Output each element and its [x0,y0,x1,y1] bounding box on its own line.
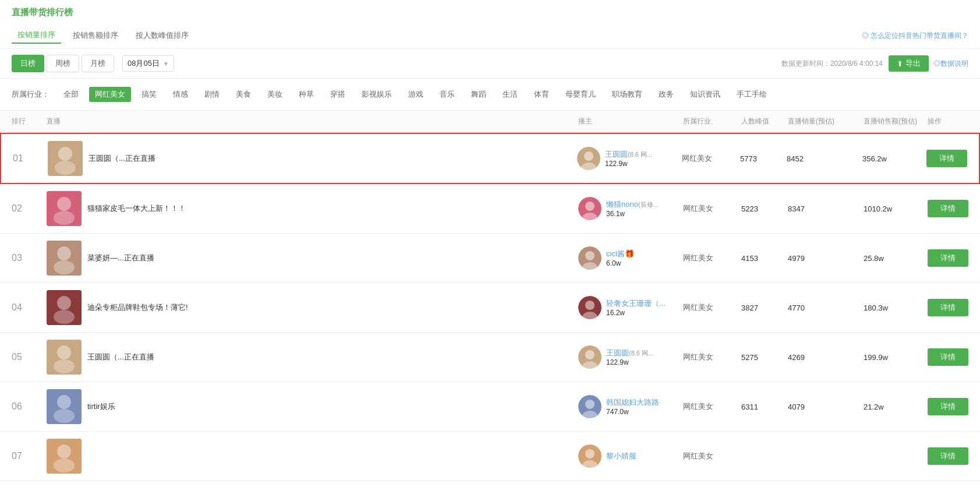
category-zhishi[interactable]: 知识资讯 [684,87,726,102]
svg-point-10 [585,202,595,211]
category-all[interactable]: 全部 [58,87,84,102]
category-zhichangjiaoyu[interactable]: 职场教育 [606,87,648,102]
tab-by-sales[interactable]: 按销售额排序 [67,28,124,43]
stream-thumbnail [47,389,82,424]
anchor-followers: 36.1w [606,210,659,218]
detail-button[interactable]: 详情 [928,249,968,267]
update-time: 数据更新时间：2020/8/6 4:00:14 [781,59,883,69]
sales-amount: 180.3w [864,304,928,312]
anchor-followers: 122.9w [605,160,652,168]
tab-by-peak[interactable]: 按人数峰值排序 [130,28,194,43]
stream-thumbnail [47,439,82,474]
detail-button[interactable]: 详情 [928,348,968,366]
stream-info: tirtir娱乐 [47,389,578,424]
anchor-info: 王圆圆(8.6 网... 122.9w [577,147,682,170]
header-anchor: 播主 [578,117,683,126]
stream-info: 菜婆妍—...正在直播 [47,241,578,276]
stream-thumbnail [47,191,82,226]
peak-viewers: 4153 [741,254,788,263]
rank-number: 02 [12,203,47,214]
header-stream: 直播 [47,117,578,126]
category-wanghong[interactable]: 网红美女 [89,87,131,102]
anchor-followers: 747.0w [606,408,659,416]
anchor-name: 黎小婧服 [606,451,636,461]
category-gaoxiao[interactable]: 搞笑 [136,87,162,102]
peak-viewers: 6311 [741,403,788,411]
table-row: 01 王圆圆（...正在直播 王圆圆 [0,133,980,184]
monthly-btn[interactable]: 月榜 [82,55,114,72]
svg-point-1 [58,147,72,161]
svg-point-13 [57,246,71,260]
anchor-details: 轻奢女王珊珊（... 16.2w [606,298,666,317]
svg-point-25 [57,345,71,359]
anchor-details: 王圆圆(8.6 网... 122.9w [605,149,652,168]
category-juqing[interactable]: 剧情 [199,87,225,102]
daily-btn[interactable]: 日榜 [12,55,44,72]
stream-thumbnail [48,141,83,176]
stream-title: tirtir娱乐 [87,401,115,412]
anchor-name: cici酱🎁 [606,249,634,259]
category-qinggan[interactable]: 情感 [167,87,194,102]
anchor-info: 王圆圆(8.6 网... 122.9w [578,345,683,369]
sales-amount: 21.2w [864,403,928,411]
stream-info [47,439,578,474]
category-shenghuo[interactable]: 生活 [497,87,523,102]
detail-button[interactable]: 详情 [926,150,967,167]
category-chuanqi[interactable]: 穿搭 [324,87,351,102]
anchor-name: 王圆圆(8.6 网... [606,348,653,358]
category-meinv[interactable]: 美妆 [261,87,288,102]
svg-point-31 [57,395,71,409]
svg-point-8 [54,211,75,225]
rank-number: 04 [12,302,47,313]
category-zhengwu[interactable]: 政务 [653,87,680,102]
table-row: 05 王圆圆（...正在直播 王圆圆 [0,333,980,382]
category-muyingyuer[interactable]: 母婴育儿 [560,87,602,102]
industry-tag: 网红美女 [682,153,740,164]
stream-info: 王圆圆（...正在直播 [47,340,578,375]
category-zhongcao[interactable]: 种草 [293,87,320,102]
category-shougong[interactable]: 手工手绘 [731,87,773,102]
tab-by-volume[interactable]: 按销量排序 [12,27,61,44]
anchor-name: 懒猫nono(装修... [606,199,659,210]
header-sales-volume: 直播销量(预估) [788,117,864,126]
industry-tag: 网红美女 [683,352,741,362]
svg-point-7 [57,197,71,211]
category-tiyu[interactable]: 体育 [528,87,555,102]
table-row: 06 tirtir娱乐 韩国媳妇大路 [0,382,980,432]
category-meishi[interactable]: 美食 [230,87,257,102]
stream-thumbnail [47,290,82,325]
anchor-followers: 16.2w [606,309,666,317]
export-btn[interactable]: ⬆ 导出 [889,55,929,72]
category-row: 所属行业： 全部 网红美女 搞笑 情感 剧情 美食 美妆 种草 穿搭 影视娱乐 … [0,79,980,111]
industry-tag: 网红美女 [683,253,741,263]
data-note[interactable]: ◎数据说明 [933,59,968,69]
avatar [578,197,602,220]
weekly-btn[interactable]: 周榜 [47,55,79,72]
peak-viewers: 5275 [741,353,788,362]
category-yinyue[interactable]: 音乐 [434,87,461,102]
sales-volume: 4079 [788,403,864,411]
category-youxi[interactable]: 游戏 [402,87,429,102]
detail-button[interactable]: 详情 [928,299,968,316]
sales-volume: 4979 [788,254,864,263]
category-yingshi[interactable]: 影视娱乐 [356,87,398,102]
date-select[interactable]: 08月05日 ▼ [122,55,174,72]
header-rank: 排行 [12,117,47,126]
sales-amount: 1010.2w [864,204,928,213]
sales-amount: 25.8w [864,254,928,263]
detail-button[interactable]: 详情 [928,447,968,465]
detail-button[interactable]: 详情 [928,398,968,415]
header-industry: 所属行业 [683,117,741,126]
svg-point-34 [585,400,595,409]
category-wudao[interactable]: 舞蹈 [465,87,492,102]
stream-title: 王圆圆（...正在直播 [87,352,154,362]
help-link[interactable]: ◎ 怎么定位抖音热门带货直播间？ [862,31,968,41]
rank-number: 07 [12,451,47,461]
detail-button[interactable]: 详情 [928,200,968,217]
avatar [578,246,602,270]
anchor-details: 王圆圆(8.6 网... 122.9w [606,348,653,366]
peak-viewers: 5223 [741,204,788,213]
sales-amount: 356.2w [862,154,926,163]
anchor-followers: 6.0w [606,259,634,267]
table-body: 01 王圆圆（...正在直播 王圆圆 [0,133,980,481]
